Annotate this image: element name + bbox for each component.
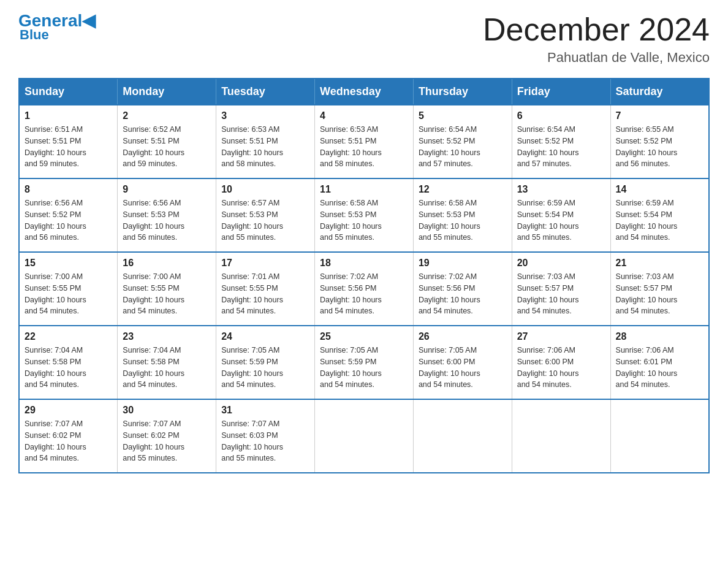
day-info: Sunrise: 7:07 AM Sunset: 6:02 PM Dayligh… [123, 418, 211, 464]
day-info: Sunrise: 7:01 AM Sunset: 5:55 PM Dayligh… [221, 271, 309, 317]
table-row: 14 Sunrise: 6:59 AM Sunset: 5:54 PM Dayl… [610, 178, 709, 252]
col-sunday: Sunday [19, 79, 118, 105]
table-row [610, 399, 709, 473]
day-number: 16 [123, 258, 211, 269]
day-number: 19 [419, 258, 507, 269]
day-info: Sunrise: 7:00 AM Sunset: 5:55 PM Dayligh… [123, 271, 211, 317]
day-number: 8 [25, 184, 112, 195]
table-row: 10 Sunrise: 6:57 AM Sunset: 5:53 PM Dayl… [216, 178, 315, 252]
table-row: 17 Sunrise: 7:01 AM Sunset: 5:55 PM Dayl… [216, 252, 315, 326]
day-number: 23 [123, 331, 211, 342]
day-info: Sunrise: 7:05 AM Sunset: 5:59 PM Dayligh… [221, 345, 309, 391]
calendar-week-row: 1 Sunrise: 6:51 AM Sunset: 5:51 PM Dayli… [19, 105, 709, 178]
day-info: Sunrise: 7:00 AM Sunset: 5:55 PM Dayligh… [25, 271, 112, 317]
table-row: 16 Sunrise: 7:00 AM Sunset: 5:55 PM Dayl… [118, 252, 216, 326]
day-info: Sunrise: 6:59 AM Sunset: 5:54 PM Dayligh… [517, 197, 605, 243]
table-row: 22 Sunrise: 7:04 AM Sunset: 5:58 PM Dayl… [19, 326, 118, 399]
day-info: Sunrise: 7:07 AM Sunset: 6:02 PM Dayligh… [25, 418, 112, 464]
day-number: 26 [419, 331, 507, 342]
day-info: Sunrise: 7:03 AM Sunset: 5:57 PM Dayligh… [616, 271, 703, 317]
day-number: 17 [221, 258, 309, 269]
day-number: 21 [616, 258, 703, 269]
table-row: 8 Sunrise: 6:56 AM Sunset: 5:52 PM Dayli… [19, 178, 118, 252]
col-tuesday: Tuesday [216, 79, 315, 105]
day-info: Sunrise: 6:55 AM Sunset: 5:52 PM Dayligh… [616, 124, 703, 170]
table-row: 6 Sunrise: 6:54 AM Sunset: 5:52 PM Dayli… [512, 105, 610, 178]
day-number: 10 [221, 184, 309, 195]
day-info: Sunrise: 7:06 AM Sunset: 6:00 PM Dayligh… [517, 345, 605, 391]
day-info: Sunrise: 6:51 AM Sunset: 5:51 PM Dayligh… [25, 124, 112, 170]
day-number: 27 [517, 331, 605, 342]
day-info: Sunrise: 7:05 AM Sunset: 5:59 PM Dayligh… [320, 345, 408, 391]
table-row: 15 Sunrise: 7:00 AM Sunset: 5:55 PM Dayl… [19, 252, 118, 326]
table-row: 20 Sunrise: 7:03 AM Sunset: 5:57 PM Dayl… [512, 252, 610, 326]
table-row: 9 Sunrise: 6:56 AM Sunset: 5:53 PM Dayli… [118, 178, 216, 252]
table-row: 3 Sunrise: 6:53 AM Sunset: 5:51 PM Dayli… [216, 105, 315, 178]
day-info: Sunrise: 7:07 AM Sunset: 6:03 PM Dayligh… [221, 418, 309, 464]
day-info: Sunrise: 7:02 AM Sunset: 5:56 PM Dayligh… [320, 271, 408, 317]
table-row [413, 399, 512, 473]
table-row: 1 Sunrise: 6:51 AM Sunset: 5:51 PM Dayli… [19, 105, 118, 178]
calendar-week-row: 22 Sunrise: 7:04 AM Sunset: 5:58 PM Dayl… [19, 326, 709, 399]
table-row: 11 Sunrise: 6:58 AM Sunset: 5:53 PM Dayl… [315, 178, 414, 252]
day-number: 18 [320, 258, 408, 269]
col-thursday: Thursday [413, 79, 512, 105]
day-number: 2 [123, 110, 211, 121]
table-row: 25 Sunrise: 7:05 AM Sunset: 5:59 PM Dayl… [315, 326, 414, 399]
day-info: Sunrise: 6:52 AM Sunset: 5:51 PM Dayligh… [123, 124, 211, 170]
day-info: Sunrise: 7:04 AM Sunset: 5:58 PM Dayligh… [25, 345, 112, 391]
month-title: December 2024 [483, 12, 710, 47]
table-row: 13 Sunrise: 6:59 AM Sunset: 5:54 PM Dayl… [512, 178, 610, 252]
day-info: Sunrise: 6:58 AM Sunset: 5:53 PM Dayligh… [320, 197, 408, 243]
title-area: December 2024 Pahuatlan de Valle, Mexico [483, 12, 710, 66]
day-info: Sunrise: 7:06 AM Sunset: 6:01 PM Dayligh… [616, 345, 703, 391]
col-saturday: Saturday [610, 79, 709, 105]
day-number: 28 [616, 331, 703, 342]
table-row: 5 Sunrise: 6:54 AM Sunset: 5:52 PM Dayli… [413, 105, 512, 178]
calendar-week-row: 29 Sunrise: 7:07 AM Sunset: 6:02 PM Dayl… [19, 399, 709, 473]
day-number: 7 [616, 110, 703, 121]
table-row: 27 Sunrise: 7:06 AM Sunset: 6:00 PM Dayl… [512, 326, 610, 399]
day-number: 20 [517, 258, 605, 269]
table-row: 26 Sunrise: 7:05 AM Sunset: 6:00 PM Dayl… [413, 326, 512, 399]
table-row: 23 Sunrise: 7:04 AM Sunset: 5:58 PM Dayl… [118, 326, 216, 399]
day-number: 4 [320, 110, 408, 121]
page-header: General◀ Blue December 2024 Pahuatlan de… [18, 12, 710, 66]
day-info: Sunrise: 6:56 AM Sunset: 5:52 PM Dayligh… [25, 197, 112, 243]
day-number: 31 [221, 405, 309, 416]
day-info: Sunrise: 7:05 AM Sunset: 6:00 PM Dayligh… [419, 345, 507, 391]
day-number: 9 [123, 184, 211, 195]
table-row [512, 399, 610, 473]
day-info: Sunrise: 6:53 AM Sunset: 5:51 PM Dayligh… [320, 124, 408, 170]
table-row: 12 Sunrise: 6:58 AM Sunset: 5:53 PM Dayl… [413, 178, 512, 252]
day-info: Sunrise: 7:04 AM Sunset: 5:58 PM Dayligh… [123, 345, 211, 391]
day-number: 11 [320, 184, 408, 195]
table-row: 4 Sunrise: 6:53 AM Sunset: 5:51 PM Dayli… [315, 105, 414, 178]
day-info: Sunrise: 6:58 AM Sunset: 5:53 PM Dayligh… [419, 197, 507, 243]
day-number: 12 [419, 184, 507, 195]
table-row: 29 Sunrise: 7:07 AM Sunset: 6:02 PM Dayl… [19, 399, 118, 473]
table-row: 28 Sunrise: 7:06 AM Sunset: 6:01 PM Dayl… [610, 326, 709, 399]
col-friday: Friday [512, 79, 610, 105]
table-row: 2 Sunrise: 6:52 AM Sunset: 5:51 PM Dayli… [118, 105, 216, 178]
day-info: Sunrise: 6:53 AM Sunset: 5:51 PM Dayligh… [221, 124, 309, 170]
day-number: 30 [123, 405, 211, 416]
table-row: 31 Sunrise: 7:07 AM Sunset: 6:03 PM Dayl… [216, 399, 315, 473]
col-wednesday: Wednesday [315, 79, 414, 105]
day-number: 14 [616, 184, 703, 195]
day-number: 1 [25, 110, 112, 121]
day-info: Sunrise: 6:54 AM Sunset: 5:52 PM Dayligh… [517, 124, 605, 170]
day-number: 15 [25, 258, 112, 269]
table-row: 24 Sunrise: 7:05 AM Sunset: 5:59 PM Dayl… [216, 326, 315, 399]
table-row: 30 Sunrise: 7:07 AM Sunset: 6:02 PM Dayl… [118, 399, 216, 473]
day-number: 24 [221, 331, 309, 342]
calendar-table: Sunday Monday Tuesday Wednesday Thursday… [18, 78, 710, 473]
day-number: 5 [419, 110, 507, 121]
day-info: Sunrise: 6:57 AM Sunset: 5:53 PM Dayligh… [221, 197, 309, 243]
calendar-week-row: 15 Sunrise: 7:00 AM Sunset: 5:55 PM Dayl… [19, 252, 709, 326]
table-row [315, 399, 414, 473]
day-info: Sunrise: 6:56 AM Sunset: 5:53 PM Dayligh… [123, 197, 211, 243]
day-number: 13 [517, 184, 605, 195]
logo-blue: Blue [18, 27, 49, 43]
table-row: 18 Sunrise: 7:02 AM Sunset: 5:56 PM Dayl… [315, 252, 414, 326]
